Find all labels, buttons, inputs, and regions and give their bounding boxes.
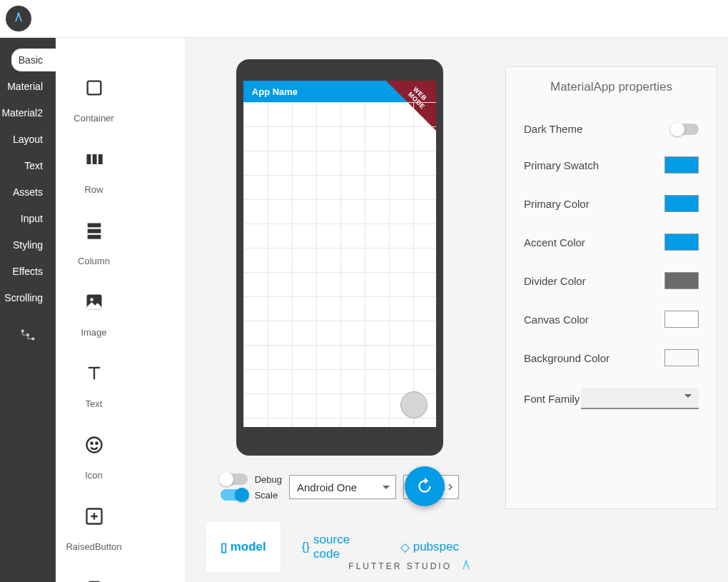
raisedbutton-icon [84, 502, 104, 531]
widget-label: Row [84, 184, 103, 195]
sidebar-item-material[interactable]: Material [0, 75, 50, 98]
app-logo-icon[interactable] [6, 6, 31, 31]
scaffold-icon [84, 573, 104, 582]
svg-point-14 [91, 443, 92, 444]
widget-label: RaisedButton [66, 541, 121, 552]
color-swatch[interactable] [664, 234, 699, 251]
widget-palette: ContainerRowColumnImageTextIconRaisedBut… [56, 38, 185, 582]
prop-row-divider-color: Divider Color [524, 261, 699, 300]
column-icon [84, 216, 104, 245]
container-icon [84, 74, 104, 102]
footer-brand: FLUTTER STUDIO [348, 558, 473, 575]
widget-text[interactable]: Text [61, 338, 127, 409]
tab-model[interactable]: ▯ model [206, 522, 280, 572]
widget-raisedbutton[interactable]: RaisedButton [61, 481, 127, 552]
prop-row-font-family: Font Family [524, 377, 699, 420]
refresh-fab[interactable] [405, 466, 445, 506]
sidebar-item-basic[interactable]: Basic [11, 49, 56, 71]
svg-point-13 [86, 438, 101, 453]
tree-structure-icon[interactable] [20, 327, 36, 345]
svg-rect-1 [21, 330, 24, 333]
topbar [0, 0, 728, 38]
prop-label: Divider Color [524, 275, 586, 287]
scale-toggle[interactable] [221, 489, 248, 501]
widget-label: Text [86, 398, 103, 409]
svg-rect-5 [86, 154, 91, 164]
scale-label: Scale [255, 490, 278, 501]
row-icon [84, 145, 104, 174]
widget-icon[interactable]: Icon [61, 409, 127, 481]
widget-row[interactable]: Row [61, 124, 127, 195]
prop-label: Accent Color [524, 236, 585, 249]
widget-label: Container [74, 113, 113, 124]
image-icon [84, 288, 104, 316]
preview-app-title: App Name [252, 86, 298, 97]
prop-row-background-color: Background Color [524, 338, 699, 377]
prop-label: Background Color [524, 352, 610, 364]
color-swatch[interactable] [664, 349, 699, 366]
widget-label: Column [78, 256, 110, 266]
prop-label: Primary Color [524, 198, 590, 210]
sidebar-item-scrolling[interactable]: Scrolling [0, 286, 50, 309]
dark-theme-toggle[interactable] [672, 124, 699, 135]
debug-label: Debug [255, 474, 282, 485]
category-sidebar: BasicMaterialMaterial2LayoutTextAssetsIn… [0, 38, 56, 582]
sidebar-item-assets[interactable]: Assets [6, 181, 50, 204]
properties-panel: MaterialApp properties Dark ThemePrimary… [495, 38, 728, 582]
sidebar-item-layout[interactable]: Layout [6, 128, 50, 151]
prop-row-dark-theme: Dark Theme [524, 112, 699, 146]
svg-rect-3 [32, 338, 35, 341]
sidebar-item-input[interactable]: Input [14, 207, 50, 230]
svg-rect-10 [87, 235, 101, 239]
sidebar-item-styling[interactable]: Styling [6, 234, 50, 256]
widget-image[interactable]: Image [61, 266, 127, 338]
text-icon [84, 359, 104, 388]
prop-row-canvas-color: Canvas Color [524, 300, 699, 338]
phone-icon: ▯ [221, 540, 227, 555]
prop-row-accent-color: Accent Color [524, 223, 699, 261]
debug-toggle[interactable] [221, 473, 248, 485]
svg-point-0 [17, 13, 19, 15]
color-swatch[interactable] [664, 272, 699, 289]
svg-point-23 [465, 561, 467, 563]
properties-title: MaterialApp properties [524, 67, 699, 112]
layout-grid [243, 102, 436, 427]
svg-rect-2 [26, 333, 29, 336]
widget-label: Icon [85, 470, 103, 481]
braces-icon: {} [302, 540, 310, 554]
svg-rect-7 [98, 154, 102, 164]
prop-label: Dark Theme [524, 123, 582, 135]
svg-point-12 [90, 298, 93, 301]
icon-icon [84, 431, 104, 459]
svg-rect-8 [87, 224, 101, 228]
prop-label: Font Family [524, 393, 580, 405]
widget-label: Image [81, 327, 106, 338]
canvas-area: App Name ⋮ WEB MODE Debug Scal [185, 38, 495, 582]
prop-label: Canvas Color [524, 313, 589, 326]
preview-fab-placeholder[interactable] [400, 391, 428, 418]
widget-container[interactable]: Container [61, 52, 127, 124]
diamond-icon: ◇ [400, 540, 410, 555]
main-layout: BasicMaterialMaterial2LayoutTextAssetsIn… [0, 38, 728, 582]
device-screen[interactable]: App Name ⋮ WEB MODE [243, 81, 436, 427]
widget-scaffold[interactable]: Scaffold [61, 552, 127, 582]
svg-point-15 [96, 443, 97, 444]
svg-rect-6 [92, 154, 96, 164]
svg-rect-9 [87, 229, 101, 234]
sidebar-item-material2[interactable]: Material2 [0, 101, 50, 124]
prop-row-primary-swatch: Primary Swatch [524, 146, 699, 184]
device-select[interactable]: Android One [289, 475, 396, 499]
sidebar-item-effects[interactable]: Effects [5, 260, 50, 283]
color-swatch[interactable] [664, 156, 699, 174]
canvas-controls: Debug Scale Android One [206, 473, 473, 501]
prop-label: Primary Swatch [524, 159, 599, 171]
widget-column[interactable]: Column [61, 195, 127, 266]
color-swatch[interactable] [664, 195, 699, 212]
device-frame: App Name ⋮ WEB MODE [236, 59, 443, 456]
svg-rect-4 [87, 81, 101, 95]
sidebar-item-text[interactable]: Text [17, 154, 50, 177]
prop-row-primary-color: Primary Color [524, 184, 699, 223]
color-swatch[interactable] [664, 311, 699, 328]
font-family-select[interactable] [581, 388, 699, 409]
